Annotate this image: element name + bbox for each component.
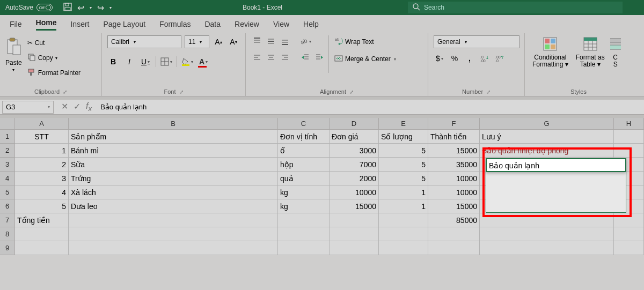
align-top-icon[interactable] <box>251 35 263 47</box>
col-header-C[interactable]: C <box>278 118 330 130</box>
active-cell-G3[interactable]: Bảo quản lạnh <box>486 158 626 172</box>
name-box[interactable]: G3▾ <box>2 101 54 114</box>
font-launcher-icon[interactable]: ⤢ <box>179 89 184 95</box>
fill-color-icon[interactable] <box>181 56 193 68</box>
enter-icon[interactable]: ✓ <box>74 101 80 113</box>
tab-help[interactable]: Help <box>303 20 319 28</box>
save-icon[interactable] <box>63 3 72 13</box>
qat-more[interactable]: ▾ <box>109 5 112 10</box>
tab-file[interactable]: File <box>10 20 22 28</box>
wrap-text-button[interactable]: abWrap Text <box>332 35 398 48</box>
table-icon <box>583 36 598 53</box>
font-color-icon[interactable]: A <box>197 56 209 68</box>
number-format-combo[interactable]: General▾ <box>434 35 519 48</box>
bold-button[interactable]: B <box>107 56 119 68</box>
paste-icon[interactable] <box>5 38 21 58</box>
format-painter-button[interactable]: Format Painter <box>25 66 83 79</box>
table-row[interactable]: 2 1 Bánh mì ổ 3000 5 15000 Bảo quản nhiệ… <box>0 144 644 158</box>
scissors-icon: ✂ <box>27 39 33 47</box>
borders-icon[interactable] <box>160 56 172 68</box>
fx-icon[interactable]: fx <box>86 101 92 113</box>
format-as-table-button[interactable]: Format asTable ▾ <box>574 35 607 70</box>
col-header-B[interactable]: B <box>69 118 278 130</box>
cancel-icon[interactable]: ✕ <box>61 101 68 113</box>
merge-center-button[interactable]: Merge & Center <box>332 53 398 65</box>
svg-rect-10 <box>28 69 34 72</box>
merge-icon <box>334 54 343 64</box>
tab-view[interactable]: View <box>273 20 289 28</box>
autosave-toggle[interactable]: AutoSave Off <box>0 4 58 11</box>
table-row[interactable]: 1 STT Sản phẩm Đơn vị tính Đơn giá Số lư… <box>0 130 644 144</box>
svg-line-4 <box>418 8 420 10</box>
col-header-D[interactable]: D <box>330 118 379 130</box>
tab-home[interactable]: Home <box>36 18 57 31</box>
svg-point-3 <box>413 4 418 9</box>
undo-icon[interactable]: ↩ <box>77 3 84 13</box>
orientation-icon[interactable]: ab <box>299 35 311 47</box>
autosave-label: AutoSave <box>5 4 33 11</box>
align-center-icon[interactable] <box>265 51 277 63</box>
conditional-formatting-button[interactable]: ConditionalFormatting ▾ <box>530 35 570 70</box>
font-size-combo[interactable]: 11▾ <box>185 35 209 48</box>
col-header-A[interactable]: A <box>15 118 69 130</box>
clipboard-launcher-icon[interactable]: ⤢ <box>63 89 67 95</box>
percent-button[interactable]: % <box>449 53 460 64</box>
table-row[interactable]: 7 Tổng tiền 85000 <box>0 213 644 227</box>
comma-button[interactable]: , <box>464 53 475 64</box>
grow-font-icon[interactable]: A▴ <box>213 36 224 48</box>
align-left-icon[interactable] <box>251 51 263 63</box>
col-header-F[interactable]: F <box>428 118 480 130</box>
tab-insert[interactable]: Insert <box>70 20 89 28</box>
increase-decimal-icon[interactable]: .0.00 <box>479 53 491 64</box>
svg-rect-1 <box>65 3 69 6</box>
svg-rect-51 <box>551 44 555 49</box>
italic-button[interactable]: I <box>123 56 135 68</box>
tab-formulas[interactable]: Formulas <box>159 20 191 28</box>
shrink-font-icon[interactable]: A▾ <box>228 36 239 48</box>
svg-rect-49 <box>551 39 555 43</box>
col-header-H[interactable]: H <box>614 118 644 130</box>
wrap-icon: ab <box>334 37 343 47</box>
brush-icon <box>27 68 36 78</box>
align-middle-icon[interactable] <box>265 35 277 47</box>
group-styles: ConditionalFormatting ▾ Format asTable ▾… <box>525 33 632 96</box>
row-header[interactable]: 1 <box>0 130 15 144</box>
cell-styles-button[interactable]: CS <box>610 35 621 70</box>
cut-button[interactable]: ✂Cut <box>25 36 83 49</box>
svg-rect-53 <box>584 38 597 41</box>
col-header-E[interactable]: E <box>379 118 428 130</box>
tab-review[interactable]: Review <box>235 20 259 28</box>
svg-text:ab: ab <box>335 38 339 41</box>
formula-input[interactable]: Bảo quản lạnh <box>97 103 644 111</box>
svg-rect-48 <box>545 39 550 43</box>
svg-rect-11 <box>30 72 32 76</box>
paste-label[interactable]: Paste <box>5 59 22 66</box>
svg-rect-59 <box>610 45 621 49</box>
decrease-decimal-icon[interactable]: .00.0 <box>494 53 506 64</box>
svg-rect-2 <box>65 8 70 10</box>
font-name-combo[interactable]: Calibri▾ <box>107 35 181 48</box>
copy-button[interactable]: Copy▾ <box>25 51 83 64</box>
select-all-corner[interactable] <box>0 118 15 130</box>
outdent-icon[interactable] <box>299 51 311 63</box>
title-bar: AutoSave Off ↩ ▾ ↪ ▾ Book1 - Excel Searc… <box>0 0 644 15</box>
align-bottom-icon[interactable] <box>279 35 291 47</box>
number-launcher-icon[interactable]: ⤢ <box>486 89 491 95</box>
align-right-icon[interactable] <box>279 51 291 63</box>
undo-dropdown[interactable]: ▾ <box>90 5 92 10</box>
group-number: General▾ $ % , .0.00 .00.0 Number⤢ <box>428 33 525 96</box>
paste-dropdown[interactable]: ▾ <box>12 68 14 72</box>
svg-rect-58 <box>610 39 621 43</box>
indent-icon[interactable] <box>313 51 325 63</box>
alignment-launcher-icon[interactable]: ⤢ <box>349 89 354 95</box>
tab-data[interactable]: Data <box>204 20 221 28</box>
table-row[interactable]: 8 <box>0 227 644 241</box>
group-font: Calibri▾ 11▾ A▴ A▾ B I U A Font⤢ <box>102 33 246 96</box>
col-header-G[interactable]: G <box>480 118 614 130</box>
search-box[interactable]: Search <box>408 2 623 13</box>
currency-button[interactable]: $ <box>434 53 445 64</box>
tab-page-layout[interactable]: Page Layout <box>103 20 145 28</box>
table-row[interactable]: 9 <box>0 241 644 255</box>
underline-button[interactable]: U <box>140 56 151 68</box>
redo-icon[interactable]: ↪ <box>97 3 104 13</box>
